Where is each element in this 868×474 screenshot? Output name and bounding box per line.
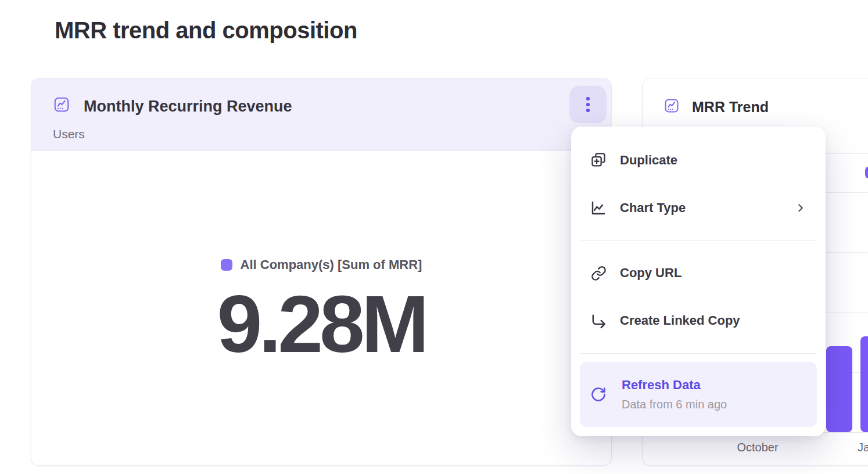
mrr-kpi-card: Monthly Recurring Revenue Users All Comp… xyxy=(31,78,612,466)
menu-item-refresh-data[interactable]: Refresh Data Data from 6 min ago xyxy=(580,362,817,427)
duplicate-icon xyxy=(590,152,607,168)
chart-frame-icon xyxy=(663,98,680,114)
kebab-dot xyxy=(586,109,590,112)
menu-item-duplicate[interactable]: Duplicate xyxy=(571,137,826,184)
bar-november xyxy=(826,346,852,432)
menu-item-label: Copy URL xyxy=(620,265,682,281)
dashboard-page: MRR trend and composition Monthly Recurr… xyxy=(0,0,868,474)
mrr-kpi-card-header: Monthly Recurring Revenue Users xyxy=(31,78,611,151)
corner-down-right-icon xyxy=(590,313,607,329)
kebab-menu-button[interactable] xyxy=(569,86,607,123)
chart-type-icon xyxy=(590,199,607,217)
bar-december xyxy=(860,336,868,432)
x-axis-label: Ja xyxy=(858,441,868,454)
menu-item-sublabel: Data from 6 min ago xyxy=(622,398,727,411)
refresh-icon xyxy=(590,386,607,403)
menu-item-copy-url[interactable]: Copy URL xyxy=(571,249,826,297)
menu-divider xyxy=(580,353,817,354)
card-title: Monthly Recurring Revenue xyxy=(84,98,292,116)
card-title: MRR Trend xyxy=(692,99,769,116)
chart-frame-icon xyxy=(53,96,70,113)
menu-item-label: Refresh Data xyxy=(622,378,727,393)
kebab-dot xyxy=(586,97,590,100)
link-icon xyxy=(590,265,607,281)
menu-item-create-linked-copy[interactable]: Create Linked Copy xyxy=(571,297,826,344)
x-axis-label: October xyxy=(737,441,778,454)
kpi-value: 9.28M xyxy=(31,283,611,365)
menu-item-label: Chart Type xyxy=(620,200,686,216)
card-subtitle: Users xyxy=(53,127,85,141)
menu-item-label: Duplicate xyxy=(620,153,677,168)
menu-item-label: Create Linked Copy xyxy=(620,313,740,328)
page-title: MRR trend and composition xyxy=(55,17,357,44)
chevron-right-icon xyxy=(794,202,807,214)
kpi-block: All Company(s) [Sum of MRR] 9.28M xyxy=(31,257,611,365)
kpi-legend: All Company(s) [Sum of MRR] xyxy=(221,257,422,272)
kebab-dot xyxy=(586,103,590,106)
menu-item-chart-type[interactable]: Chart Type xyxy=(571,184,826,232)
legend-swatch-icon xyxy=(865,167,868,178)
kpi-legend-label: All Company(s) [Sum of MRR] xyxy=(241,257,422,272)
context-menu: Duplicate Chart Type xyxy=(571,127,826,436)
legend-swatch-icon xyxy=(221,259,232,271)
menu-divider xyxy=(580,240,817,241)
